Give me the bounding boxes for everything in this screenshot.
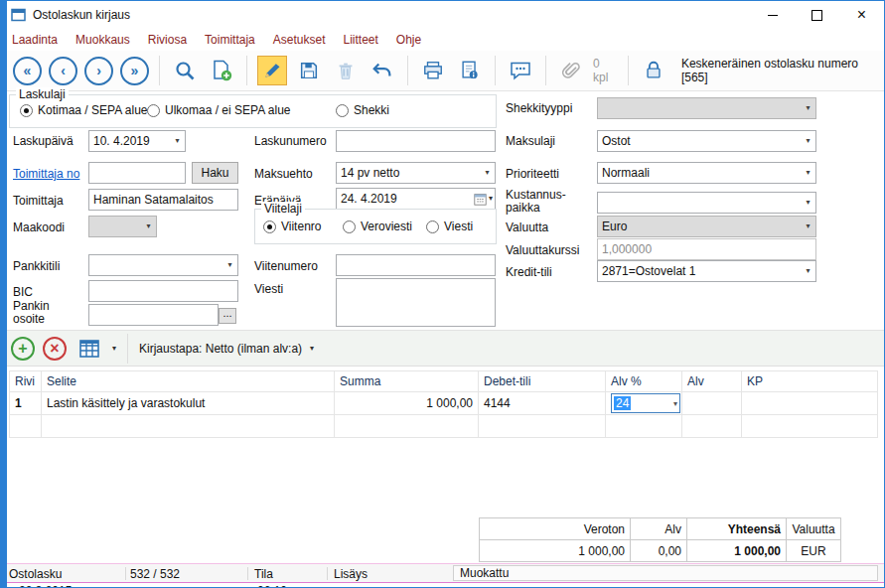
laskupaiva-select[interactable]: 10. 4.2019▾ <box>88 130 186 152</box>
minimize-button[interactable] <box>750 1 795 29</box>
maakoodi-label: Maakoodi <box>13 220 65 234</box>
col-header-debet-tili: Debet-tili <box>479 371 606 392</box>
toimittaja-value: Haminan Satamalaitos <box>93 193 214 207</box>
minimize-icon <box>768 15 778 16</box>
add-row-button[interactable]: + <box>11 337 35 361</box>
maksulaji-select[interactable]: Ostot▾ <box>597 130 816 152</box>
menu-item-riviosa[interactable]: Riviosa <box>139 33 196 47</box>
delete-row-button[interactable]: × <box>43 337 67 361</box>
menu-item-laadinta[interactable]: Laadinta <box>3 33 67 47</box>
close-icon: × <box>857 7 866 23</box>
viitenumero-input[interactable] <box>336 254 496 276</box>
status-muokattu-panel: Muokattu <box>453 565 878 581</box>
radio-selected-icon <box>20 104 33 117</box>
maximize-button[interactable] <box>795 1 839 29</box>
window-controls: × <box>750 1 884 29</box>
chevron-down-icon[interactable]: ▾ <box>112 344 116 353</box>
haku-button[interactable]: Haku <box>192 162 238 184</box>
nav-last-button[interactable]: » <box>120 57 149 85</box>
cell-summa[interactable]: 1 000,00 <box>335 392 479 415</box>
pankin-osoite-input[interactable] <box>88 304 219 326</box>
cell-debet-tili[interactable] <box>479 415 606 438</box>
print-button[interactable] <box>418 56 448 85</box>
edit-button[interactable] <box>257 56 287 85</box>
cell-kp[interactable] <box>742 415 878 438</box>
app-icon <box>11 7 27 23</box>
toolbar-separator <box>246 56 247 85</box>
chevron-down-icon: ▾ <box>801 217 815 236</box>
row-grid-button[interactable] <box>74 334 104 364</box>
cell-debet-tili[interactable]: 4144 <box>479 392 606 415</box>
status-record-count: 532 / 532 <box>130 567 180 581</box>
totals-header-yhteensa: Yhteensä <box>687 518 787 540</box>
cell-alv-pct[interactable]: 24▾ <box>606 392 682 415</box>
kustannuspaikka-select[interactable]: ▾ <box>597 192 816 214</box>
undo-button[interactable] <box>368 56 397 85</box>
menu-item-toimittaja[interactable]: Toimittaja <box>196 33 264 47</box>
laskulaji-legend: Laskulaji <box>16 87 69 101</box>
menu-item-ohje[interactable]: Ohje <box>387 33 430 47</box>
radio-ulkomaa-ei-sepa[interactable]: Ulkomaa / ei SEPA alue <box>147 103 291 117</box>
chevron-down-icon: ▾ <box>489 189 493 209</box>
radio-label: Viitenro <box>281 220 321 233</box>
maakoodi-select[interactable]: ▾ <box>88 216 157 237</box>
radio-viitenro[interactable]: Viitenro <box>263 220 321 233</box>
toimittaja-no-input[interactable] <box>88 162 186 184</box>
save-button[interactable] <box>294 56 324 85</box>
radio-viesti[interactable]: Viesti <box>426 220 473 233</box>
document-info-icon <box>459 60 481 81</box>
chevron-down-icon[interactable]: ▾ <box>310 344 314 353</box>
cell-rivi[interactable]: 1 <box>10 392 42 415</box>
menu-item-asetukset[interactable]: Asetukset <box>264 33 335 47</box>
toimittaja-input[interactable]: Haminan Satamalaitos <box>88 189 238 211</box>
prioriteetti-select[interactable]: Normaali▾ <box>597 162 816 184</box>
title-bar: Ostolaskun kirjaus × <box>1 1 884 29</box>
erapaiva-datepicker[interactable]: 24. 4.2019▾ <box>336 188 496 210</box>
toimittaja-no-link[interactable]: Toimittaja no <box>13 167 79 181</box>
radio-veroviesti[interactable]: Veroviesti <box>343 220 412 233</box>
cell-alv-pct[interactable] <box>606 415 682 438</box>
viesti-textarea[interactable] <box>336 278 496 327</box>
radio-shekki[interactable]: Shekki <box>336 103 389 117</box>
viesti-label: Viesti <box>254 282 283 296</box>
valuutta-select[interactable]: Euro▾ <box>597 216 816 237</box>
bic-input[interactable] <box>88 280 238 302</box>
print-preview-button[interactable] <box>455 56 485 85</box>
nav-prev-button[interactable]: ‹ <box>49 57 77 85</box>
alv-percent-select[interactable]: 24▾ <box>611 393 680 413</box>
cell-alv[interactable] <box>682 392 742 415</box>
radio-label: Viesti <box>444 220 473 233</box>
cell-selite[interactable]: Lastin käsittely ja varastokulut <box>42 392 335 415</box>
nav-next-button[interactable]: › <box>84 57 113 85</box>
toolbar-separator <box>127 334 128 364</box>
new-invoice-button[interactable] <box>207 56 236 85</box>
attachments-button[interactable] <box>556 56 586 85</box>
menu-item-liitteet[interactable]: Liitteet <box>335 33 387 47</box>
radio-label: Kotimaa / SEPA alue <box>38 103 148 117</box>
maksuehto-select[interactable]: 14 pv netto▾ <box>336 162 496 184</box>
close-button[interactable]: × <box>839 1 884 29</box>
cell-summa[interactable] <box>335 415 479 438</box>
delete-button[interactable] <box>331 56 361 85</box>
comment-button[interactable] <box>506 56 535 85</box>
browse-button[interactable]: ... <box>219 308 236 324</box>
pankkitili-select[interactable]: ▾ <box>88 254 238 276</box>
kirjaustapa-dropdown[interactable]: Kirjaustapa: Netto (ilman alv:a) <box>139 342 302 356</box>
nav-first-button[interactable]: « <box>13 57 42 85</box>
shekkityyppi-select[interactable]: ▾ <box>597 97 816 119</box>
totals-value-row: 1 000,00 0,00 1 000,00 EUR <box>480 540 841 562</box>
valuuttakurssi-input[interactable]: 1,000000 <box>597 238 816 260</box>
kredit-tili-select[interactable]: 2871=Ostovelat 1▾ <box>597 260 816 282</box>
lock-icon <box>643 60 664 81</box>
laskunumero-input[interactable] <box>336 130 496 152</box>
cell-alv[interactable] <box>682 415 742 438</box>
cell-kp[interactable] <box>742 392 878 415</box>
cell-selite[interactable] <box>42 415 335 438</box>
radio-kotimaa-sepa[interactable]: Kotimaa / SEPA alue <box>20 103 148 117</box>
kredit-tili-label: Kredit-tili <box>506 265 552 279</box>
menu-item-muokkaus[interactable]: Muokkaus <box>67 33 139 47</box>
search-button[interactable] <box>170 56 200 85</box>
cell-rivi[interactable] <box>10 415 42 438</box>
status-divider <box>247 567 248 580</box>
totals-header-valuutta: Valuutta <box>787 518 841 540</box>
